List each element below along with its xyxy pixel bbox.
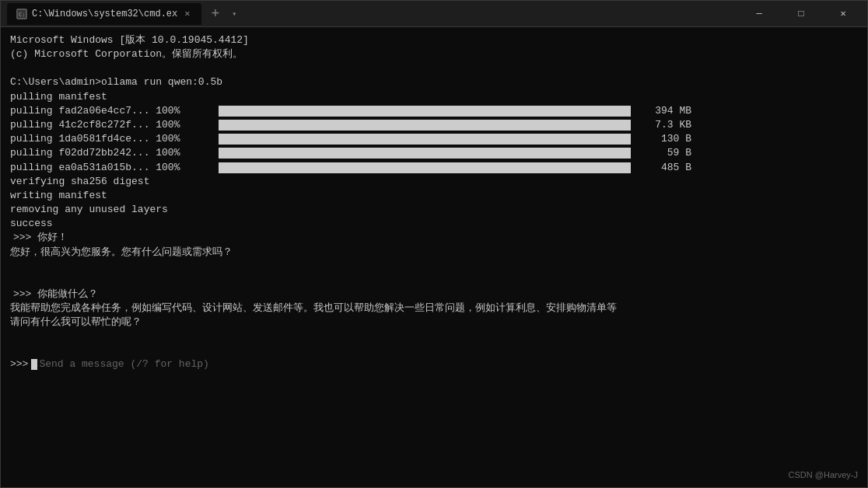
ai-response-2: 我能帮助您完成各种任务，例如编写代码、设计网站、发送邮件等。我也可以帮助您解决一…	[10, 302, 858, 315]
window-controls: ─ □ ✕	[741, 2, 861, 26]
ai-response-1: 您好，很高兴为您服务。您有什么问题或需求吗？	[10, 246, 858, 260]
empty-line-2	[10, 260, 858, 274]
empty-line-1	[10, 61, 858, 75]
progress-row-1: pulling fad2a06e4cc7... 100% 394 MB	[10, 104, 858, 118]
progress-size-3: 130 B	[637, 132, 691, 146]
progress-label-3: pulling 1da0581fd4ce... 100%	[10, 132, 212, 146]
tab-dropdown-button[interactable]: ▾	[229, 9, 240, 19]
user-input-1: >>> 你好！	[13, 231, 68, 245]
tab-label: C:\Windows\system32\cmd.ex	[32, 9, 177, 19]
progress-label-2: pulling 41c2cf8c272f... 100%	[10, 118, 212, 132]
progress-bar-1	[219, 106, 631, 117]
progress-label-1: pulling fad2a06e4cc7... 100%	[10, 104, 212, 118]
terminal-body[interactable]: Microsoft Windows [版本 10.0.19045.4412] (…	[1, 27, 867, 487]
progress-row-5: pulling ea0a531a015b... 100% 485 B	[10, 161, 858, 175]
progress-bar-2	[219, 120, 631, 131]
verifying-line: verifying sha256 digest	[10, 175, 858, 189]
progress-label-5: pulling ea0a531a015b... 100%	[10, 161, 212, 175]
cmd-icon: C:\	[16, 9, 27, 19]
empty-line-5	[10, 343, 858, 357]
writing-manifest-line: writing manifest	[10, 189, 858, 203]
user-prompt-2: >>> 你能做什么？	[10, 288, 858, 302]
progress-size-1: 394 MB	[637, 104, 691, 118]
input-placeholder-text: Send a message (/? for help)	[39, 357, 208, 371]
progress-row-4: pulling f02dd72bb242... 100% 59 B	[10, 146, 858, 160]
prompt-symbol-3: >>>	[10, 357, 28, 371]
progress-row-2: pulling 41c2cf8c272f... 100% 7.3 KB	[10, 118, 858, 132]
success-line: success	[10, 217, 858, 231]
progress-row-3: pulling 1da0581fd4ce... 100% 130 B	[10, 132, 858, 146]
maximize-button[interactable]: □	[783, 2, 819, 26]
windows-version-line: Microsoft Windows [版本 10.0.19045.4412]	[10, 33, 858, 47]
user-input-2: >>> 你能做什么？	[13, 288, 98, 302]
pulling-manifest-line: pulling manifest	[10, 90, 858, 104]
progress-size-2: 7.3 KB	[637, 118, 691, 132]
progress-size-5: 485 B	[637, 161, 691, 175]
input-prompt-line[interactable]: >>> Send a message (/? for help)	[10, 357, 858, 371]
minimize-button[interactable]: ─	[741, 2, 777, 26]
progress-label-4: pulling f02dd72bb242... 100%	[10, 146, 212, 160]
terminal-window: C:\ C:\Windows\system32\cmd.ex ✕ + ▾ ─ □…	[0, 0, 868, 488]
new-tab-button[interactable]: +	[206, 7, 224, 21]
ai-response-3: 请问有什么我可以帮忙的呢？	[10, 315, 858, 329]
windows-copyright-line: (c) Microsoft Corporation。保留所有权利。	[10, 47, 858, 61]
command-line: C:\Users\admin>ollama run qwen:0.5b	[10, 75, 858, 89]
tab-close-button[interactable]: ✕	[182, 7, 192, 20]
close-button[interactable]: ✕	[825, 2, 861, 26]
text-cursor	[31, 359, 37, 370]
progress-bar-4	[219, 148, 631, 159]
progress-size-4: 59 B	[637, 146, 691, 160]
svg-text:C:\: C:\	[19, 12, 26, 18]
active-tab[interactable]: C:\ C:\Windows\system32\cmd.ex ✕	[7, 3, 201, 25]
progress-bar-5	[219, 162, 631, 173]
user-prompt-1: >>> 你好！	[10, 231, 858, 245]
title-bar: C:\ C:\Windows\system32\cmd.ex ✕ + ▾ ─ □…	[1, 1, 867, 27]
empty-line-3	[10, 274, 858, 288]
empty-line-4	[10, 329, 858, 343]
title-bar-left: C:\ C:\Windows\system32\cmd.ex ✕ + ▾	[7, 3, 737, 25]
removing-layers-line: removing any unused layers	[10, 203, 858, 217]
progress-bar-3	[219, 134, 631, 145]
watermark: CSDN @Harvey-J	[789, 469, 858, 481]
